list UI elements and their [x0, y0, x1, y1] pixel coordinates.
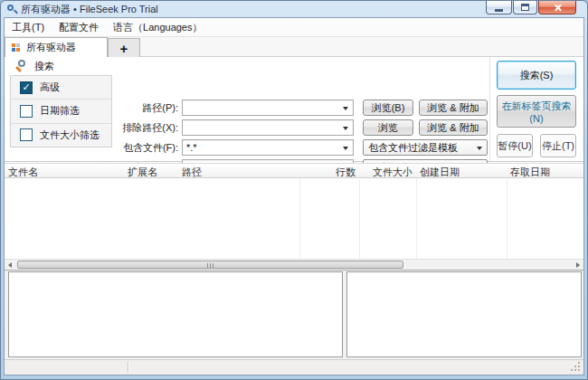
column-created[interactable]: 创建日期 — [416, 164, 507, 177]
magnifier-icon — [14, 59, 29, 73]
arrow-left-icon — [8, 262, 12, 268]
preview-pane-right[interactable] — [346, 271, 582, 357]
tab-bar: 所有驱动器 + — [5, 37, 583, 57]
section-divider — [5, 270, 583, 271]
grip-icon — [207, 263, 208, 268]
fileseek-tab-icon — [12, 43, 21, 52]
arrow-right-icon — [576, 262, 580, 268]
panel-divider — [489, 57, 490, 161]
browse-append-exclude-button[interactable]: 浏览 & 附加 — [419, 119, 488, 136]
include-filter-mode-value: 包含文件过滤是模板 — [368, 141, 458, 155]
filter-advanced[interactable]: ✓ 高级 — [11, 76, 111, 100]
minimize-icon — [495, 9, 503, 12]
filter-label: 日期筛选 — [40, 104, 80, 118]
titlebar[interactable]: 所有驱动器 • FileSeek Pro Trial — [1, 1, 587, 17]
search-settings-section: 搜索 ✓ 高级 日期筛选 文件大小筛选 路径(P): — [5, 57, 583, 162]
scroll-right-button[interactable] — [573, 260, 583, 270]
close-button[interactable] — [538, 1, 576, 14]
menu-bar: 工具(T) 配置文件 语言（Languages） — [5, 18, 583, 37]
column-filesize[interactable]: 文件大小 — [359, 164, 416, 177]
window-title: 所有驱动器 • FileSeek Pro Trial — [21, 3, 158, 16]
client-area: 工具(T) 配置文件 语言（Languages） 所有驱动器 + 搜索 ✓ 高级 — [4, 17, 584, 375]
column-filename[interactable]: 文件名 — [5, 164, 124, 177]
minimize-button[interactable] — [486, 1, 512, 14]
scrollbar-thumb[interactable] — [17, 261, 403, 269]
exclude-path-input[interactable] — [182, 119, 354, 136]
filter-filesize[interactable]: 文件大小筛选 — [11, 124, 111, 147]
status-bar — [5, 359, 583, 375]
include-files-input[interactable]: *.* — [182, 139, 354, 156]
sidebar-item-search[interactable]: 搜索 — [5, 57, 112, 75]
checkbox-unchecked-icon[interactable] — [20, 128, 33, 141]
maximize-icon — [521, 4, 529, 11]
preview-section — [5, 270, 583, 360]
menu-tools[interactable]: 工具(T) — [5, 18, 52, 37]
include-files-label: 包含文件(F): — [111, 139, 178, 156]
close-icon — [554, 4, 562, 12]
app-window: 所有驱动器 • FileSeek Pro Trial 工具(T) 配置文件 语言… — [0, 0, 588, 380]
checkbox-unchecked-icon[interactable] — [20, 105, 33, 118]
pause-button[interactable]: 暂停(U) — [497, 134, 533, 157]
browse-append-path-button[interactable]: 浏览 & 附加 — [419, 100, 488, 116]
filter-label: 文件大小筛选 — [40, 128, 100, 142]
browse-exclude-button[interactable]: 浏览 — [363, 119, 413, 136]
chevron-down-icon[interactable] — [477, 147, 482, 150]
app-magnifier-icon — [6, 4, 17, 14]
column-divider — [299, 179, 300, 259]
column-divider — [416, 179, 417, 259]
search-button[interactable]: 搜索(S) — [497, 61, 576, 90]
search-new-tab-button[interactable]: 在新标签页搜索(N) — [497, 95, 576, 128]
filter-label: 高级 — [40, 81, 60, 94]
column-linecount[interactable]: 行数 — [299, 164, 359, 177]
scroll-left-button[interactable] — [5, 260, 15, 270]
path-input[interactable] — [182, 100, 354, 116]
results-header: 文件名 扩展名 路径 行数 文件大小 创建日期 存取日期 — [5, 163, 583, 178]
column-path[interactable]: 路径 — [178, 164, 299, 177]
exclude-path-label: 排除路径(X): — [111, 119, 178, 136]
status-divider — [128, 362, 128, 373]
preview-pane-left[interactable] — [8, 271, 343, 357]
include-files-value: *.* — [186, 142, 197, 153]
column-extension[interactable]: 扩展名 — [124, 164, 178, 177]
checkbox-checked-icon[interactable]: ✓ — [20, 81, 33, 94]
column-accessed[interactable]: 存取日期 — [507, 164, 583, 177]
new-tab-button[interactable]: + — [108, 38, 140, 57]
filter-group: ✓ 高级 日期筛选 文件大小筛选 — [10, 75, 112, 147]
window-controls — [485, 1, 576, 14]
browse-path-button[interactable]: 浏览(B) — [363, 100, 413, 116]
menu-language[interactable]: 语言（Languages） — [106, 18, 209, 37]
maximize-button[interactable] — [513, 1, 537, 14]
column-divider — [507, 179, 507, 259]
stop-button[interactable]: 停止(T) — [540, 134, 576, 157]
horizontal-scrollbar[interactable] — [5, 259, 583, 270]
column-divider — [359, 179, 360, 259]
search-section-label: 搜索 — [34, 60, 54, 73]
chevron-down-icon[interactable] — [343, 147, 348, 150]
filter-date[interactable]: 日期筛选 — [11, 100, 111, 123]
results-list[interactable] — [5, 179, 583, 259]
menu-profiles[interactable]: 配置文件 — [52, 18, 106, 37]
chevron-down-icon[interactable] — [343, 107, 348, 110]
tab-label: 所有驱动器 — [26, 41, 76, 54]
resize-grip-icon[interactable] — [578, 369, 580, 371]
tab-all-drives[interactable]: 所有驱动器 — [5, 37, 108, 57]
include-filter-mode-select[interactable]: 包含文件过滤是模板 — [363, 139, 488, 156]
path-label: 路径(P): — [111, 100, 178, 116]
chevron-down-icon[interactable] — [343, 127, 348, 130]
